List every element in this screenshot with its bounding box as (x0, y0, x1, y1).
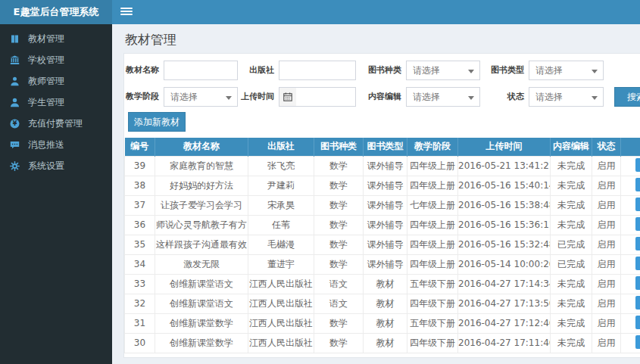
table-row: 35这样跟孩子沟通最有效毛樾漫数学课外辅导四年级上册2016-05-16 15:… (125, 235, 640, 254)
materials-panel: 教材名称 出版社 图书种类 请选择 图书类型 请选择 教学阶段 请选择 上传时间 (123, 53, 640, 358)
table-cell: 五年级下册 (407, 313, 458, 333)
row-action-button[interactable] (635, 158, 640, 172)
student-icon (10, 98, 21, 107)
sidebar-item-label: 消息推送 (28, 138, 64, 151)
table-cell: 数学 (314, 313, 364, 333)
table-cell: 数学 (314, 156, 364, 176)
table-cell: 2016-04-27 17:12:46 (458, 313, 551, 333)
sidebar-item-settings[interactable]: 系统设置 (0, 155, 112, 176)
table-cell: 课外辅导 (364, 156, 407, 176)
message-icon (10, 140, 21, 150)
table-cell: 启用 (592, 235, 621, 254)
materials-table: 编号 教材名称 出版社 图书种类 图书类型 教学阶段 上传时间 内容编辑 状态 … (124, 138, 640, 353)
content-edit-select[interactable]: 请选择 (406, 87, 480, 107)
table-cell: 已完成 (551, 235, 592, 254)
table-cell: 2016-05-14 10:00:20 (458, 254, 551, 274)
table-cell: 教材 (364, 333, 407, 353)
stage-select[interactable]: 请选择 (164, 87, 238, 107)
chevron-down-icon (226, 96, 232, 100)
row-action-button[interactable] (635, 296, 640, 310)
book-type-select[interactable]: 请选择 (529, 61, 604, 80)
col-header-content-edit: 内容编辑 (551, 138, 592, 156)
sidebar-item-label: 学校管理 (28, 54, 64, 67)
upload-time-input[interactable] (296, 87, 356, 107)
table-row: 33创维新课堂语文江西人民出版社语文教材五年级下册2016-04-27 17:1… (125, 274, 640, 294)
book-type-label: 图书类型 (488, 61, 524, 80)
table-cell: 这样跟孩子沟通最有效 (155, 235, 248, 254)
table-action-cell (621, 195, 640, 215)
gear-icon (10, 161, 21, 171)
table-row: 37让孩子爱学习会学习宋承昊数学课外辅导七年级上册2016-05-16 15:3… (125, 195, 640, 215)
sidebar-item-students[interactable]: 学生管理 (0, 92, 112, 113)
status-select[interactable]: 请选择 (529, 87, 604, 107)
publisher-label: 出版社 (238, 61, 274, 80)
table-cell: 未完成 (551, 215, 592, 235)
sidebar-item-label: 教材管理 (28, 33, 64, 45)
table-cell: 创维新课堂语文 (155, 274, 248, 294)
row-action-button[interactable] (635, 335, 640, 349)
table-cell: 教材 (364, 313, 407, 333)
table-action-cell (621, 313, 640, 333)
material-name-input[interactable] (164, 61, 238, 80)
table-action-cell (621, 156, 640, 176)
teacher-icon (10, 76, 21, 86)
table-action-cell (621, 274, 640, 294)
table-cell: 31 (125, 313, 155, 333)
svg-text:¥: ¥ (13, 120, 17, 127)
sidebar-item-payments[interactable]: ¥ 充值付费管理 (0, 113, 112, 134)
table-cell: 家庭教育的智慧 (155, 156, 248, 176)
table-cell: 任苇 (248, 215, 314, 235)
book-icon (10, 34, 21, 44)
table-action-cell (621, 333, 640, 353)
row-action-button[interactable] (635, 276, 640, 290)
table-cell: 33 (125, 274, 155, 294)
sidebar-toggle-icon[interactable] (120, 8, 133, 17)
row-action-button[interactable] (635, 178, 640, 191)
table-header-row: 编号 教材名称 出版社 图书种类 图书类型 教学阶段 上传时间 内容编辑 状态 (125, 138, 640, 156)
table-cell: 江西人民出版社 (248, 333, 314, 353)
page-title: 教材管理 (125, 31, 176, 48)
chevron-down-icon (592, 70, 598, 73)
table-row: 31创维新课堂数学江西人民出版社数学教材五年级下册2016-04-27 17:1… (125, 313, 640, 333)
sidebar-item-messages[interactable]: 消息推送 (0, 134, 112, 155)
table-cell: 已完成 (551, 254, 592, 274)
table-cell: 启用 (592, 195, 621, 215)
material-name-label: 教材名称 (126, 61, 161, 80)
publisher-input[interactable] (279, 61, 356, 80)
school-icon (10, 55, 21, 65)
table-action-cell (621, 215, 640, 235)
col-header-upload-time: 上传时间 (458, 138, 551, 156)
col-header-publisher: 出版社 (248, 138, 314, 156)
table-cell: 39 (125, 156, 155, 176)
table-cell: 启用 (592, 294, 621, 313)
row-action-button[interactable] (635, 237, 640, 250)
table-cell: 未完成 (551, 274, 592, 294)
search-button[interactable]: 搜索 (614, 87, 640, 107)
table-cell: 董进宇 (248, 254, 314, 274)
table-cell: 启用 (592, 156, 621, 176)
table-cell: 教材 (364, 274, 407, 294)
row-action-button[interactable] (635, 316, 640, 329)
table-cell: 2016-05-16 15:38:48 (458, 195, 551, 215)
table-cell: 四年级上册 (407, 235, 458, 254)
table-row: 38好妈妈的好方法尹建莉数学课外辅导四年级上册2016-05-16 15:40:… (125, 176, 640, 195)
row-action-button[interactable] (635, 217, 640, 231)
add-material-button[interactable]: 添加新教材 (128, 112, 186, 132)
table-cell: 师说心灵导航教子有方 (155, 215, 248, 235)
table-cell: 创维新课堂数学 (155, 333, 248, 353)
book-category-select[interactable]: 请选择 (406, 61, 480, 80)
table-cell: 数学 (314, 333, 364, 353)
table-cell: 激发无限 (155, 254, 248, 274)
table-cell: 启用 (592, 215, 621, 235)
sidebar: 教材管理 学校管理 教师管理 学生管理 (0, 24, 112, 364)
app-logo[interactable]: E趣堂后台管理系统 (0, 0, 112, 24)
sidebar-item-label: 教师管理 (28, 75, 64, 88)
table-cell: 四年级下册 (407, 294, 458, 313)
table-row: 39家庭教育的智慧张飞亮数学课外辅导四年级上册2016-05-21 13:41:… (125, 156, 640, 176)
sidebar-item-schools[interactable]: 学校管理 (0, 49, 112, 70)
sidebar-item-materials[interactable]: 教材管理 (0, 28, 112, 49)
table-cell: 江西人民出版社 (248, 274, 314, 294)
row-action-button[interactable] (635, 257, 640, 270)
sidebar-item-teachers[interactable]: 教师管理 (0, 70, 112, 92)
row-action-button[interactable] (635, 198, 640, 211)
